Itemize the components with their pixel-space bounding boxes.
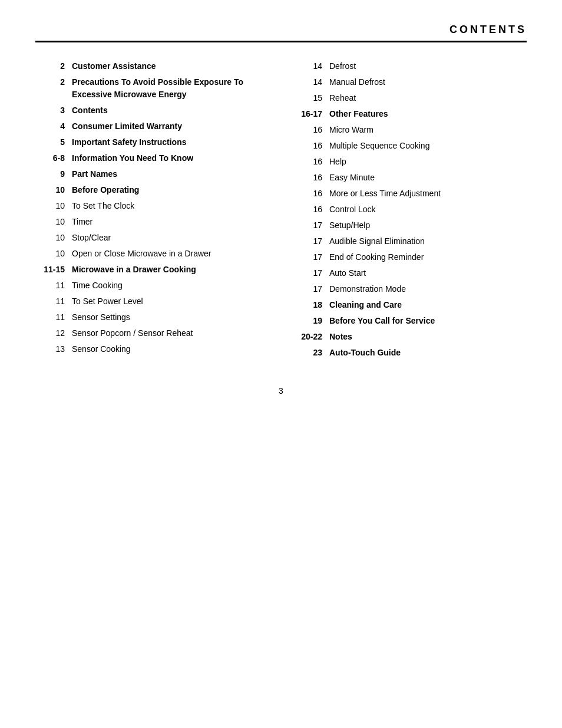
toc-number: 17	[293, 283, 322, 295]
toc-label: Information You Need To Know	[72, 152, 193, 164]
toc-label: Other Features	[329, 108, 388, 120]
toc-entry: 14Manual Defrost	[293, 76, 527, 88]
toc-label: Customer Assistance	[72, 60, 156, 73]
toc-number: 23	[293, 347, 322, 359]
toc-label: Manual Defrost	[329, 76, 385, 88]
toc-entry: 17Demonstration Mode	[293, 283, 527, 295]
toc-entry: 17Setup/Help	[293, 219, 527, 232]
toc-number: 2	[35, 76, 65, 88]
toc-number: 16	[293, 172, 322, 184]
toc-entry: 11Sensor Settings	[35, 311, 269, 324]
toc-entry: 13Sensor Cooking	[35, 343, 269, 355]
toc-entry: 11Time Cooking	[35, 279, 269, 292]
toc-number: 17	[293, 235, 322, 248]
toc-number: 11-15	[35, 263, 65, 276]
toc-number: 16	[293, 124, 322, 136]
toc-entry: 2Precautions To Avoid Possible Exposure …	[35, 76, 269, 101]
toc-number: 10	[35, 248, 65, 260]
toc-number: 10	[35, 216, 65, 228]
toc-number: 17	[293, 219, 322, 232]
toc-number: 16	[293, 140, 322, 152]
toc-label: Microwave in a Drawer Cooking	[72, 263, 196, 276]
toc-entry: 23Auto-Touch Guide	[293, 347, 527, 359]
toc-label: Notes	[329, 331, 352, 343]
toc-entry: 17End of Cooking Reminder	[293, 251, 527, 263]
toc-label: Consumer Limited Warranty	[72, 120, 182, 133]
toc-number: 11	[35, 311, 65, 324]
toc-entry: 6-8Information You Need To Know	[35, 152, 269, 164]
toc-entry: 12Sensor Popcorn / Sensor Reheat	[35, 327, 269, 340]
toc-number: 9	[35, 168, 65, 180]
toc-label: Cleaning and Care	[329, 299, 402, 311]
toc-number: 15	[293, 92, 322, 104]
toc-label: Sensor Popcorn / Sensor Reheat	[72, 327, 193, 340]
toc-label: Micro Warm	[329, 124, 373, 136]
toc-entry: 4Consumer Limited Warranty	[35, 120, 269, 133]
toc-label: More or Less Time Adjustment	[329, 187, 441, 200]
toc-entry: 9Part Names	[35, 168, 269, 180]
toc-number: 4	[35, 120, 65, 133]
toc-entry: 2Customer Assistance	[35, 60, 269, 73]
toc-number: 11	[35, 295, 65, 308]
toc-label: Defrost	[329, 60, 356, 73]
toc-label: Stop/Clear	[72, 232, 111, 244]
toc-label: Before You Call for Service	[329, 315, 435, 327]
toc-entry: 18Cleaning and Care	[293, 299, 527, 311]
toc-entry: 16More or Less Time Adjustment	[293, 187, 527, 200]
toc-label: Time Cooking	[72, 279, 123, 292]
toc-number: 11	[35, 279, 65, 292]
toc-number: 19	[293, 315, 322, 327]
toc-number: 20-22	[293, 331, 322, 343]
toc-number: 14	[293, 60, 322, 73]
toc-entry: 16Multiple Sequence Cooking	[293, 140, 527, 152]
toc-label: Multiple Sequence Cooking	[329, 140, 429, 152]
toc-number: 10	[35, 200, 65, 212]
page-container: CONTENTS 2Customer Assistance2Precaution…	[0, 0, 562, 728]
content-area: 2Customer Assistance2Precautions To Avoi…	[35, 60, 527, 363]
right-column: 14Defrost14Manual Defrost15Reheat16-17Ot…	[293, 60, 527, 363]
toc-entry: 11To Set Power Level	[35, 295, 269, 308]
toc-entry: 5Important Safety Instructions	[35, 136, 269, 149]
toc-number: 10	[35, 184, 65, 196]
toc-label: Auto Start	[329, 267, 366, 279]
toc-entry: 20-22Notes	[293, 331, 527, 343]
toc-number: 12	[35, 327, 65, 340]
toc-entry: 3Contents	[35, 104, 269, 117]
toc-label: Timer	[72, 216, 92, 228]
toc-entry: 16Help	[293, 156, 527, 168]
toc-label: Easy Minute	[329, 172, 375, 184]
toc-entry: 14Defrost	[293, 60, 527, 73]
toc-label: Help	[329, 156, 346, 168]
toc-entry: 16-17Other Features	[293, 108, 527, 120]
toc-label: Sensor Settings	[72, 311, 130, 324]
toc-number: 14	[293, 76, 322, 88]
toc-number: 6-8	[35, 152, 65, 164]
toc-entry: 10Before Operating	[35, 184, 269, 196]
toc-number: 13	[35, 343, 65, 355]
toc-label: Open or Close Microwave in a Drawer	[72, 248, 211, 260]
toc-label: Demonstration Mode	[329, 283, 406, 295]
toc-number: 3	[35, 104, 65, 117]
toc-label: Important Safety Instructions	[72, 136, 186, 149]
toc-label: Precautions To Avoid Possible Exposure T…	[72, 76, 269, 101]
toc-label: To Set Power Level	[72, 295, 143, 308]
left-column: 2Customer Assistance2Precautions To Avoi…	[35, 60, 269, 363]
toc-label: Sensor Cooking	[72, 343, 131, 355]
page-number: 3	[35, 386, 527, 396]
toc-label: Reheat	[329, 92, 356, 104]
toc-entry: 17Auto Start	[293, 267, 527, 279]
toc-number: 10	[35, 232, 65, 244]
toc-number: 17	[293, 251, 322, 263]
toc-label: Control Lock	[329, 203, 376, 216]
toc-label: Audible Signal Elimination	[329, 235, 425, 248]
toc-entry: 16Control Lock	[293, 203, 527, 216]
toc-number: 2	[35, 60, 65, 73]
toc-entry: 10To Set The Clock	[35, 200, 269, 212]
toc-entry: 10Timer	[35, 216, 269, 228]
toc-label: End of Cooking Reminder	[329, 251, 424, 263]
toc-entry: 11-15Microwave in a Drawer Cooking	[35, 263, 269, 276]
toc-number: 16-17	[293, 108, 322, 120]
toc-label: Contents	[72, 104, 108, 117]
toc-number: 16	[293, 187, 322, 200]
toc-number: 18	[293, 299, 322, 311]
